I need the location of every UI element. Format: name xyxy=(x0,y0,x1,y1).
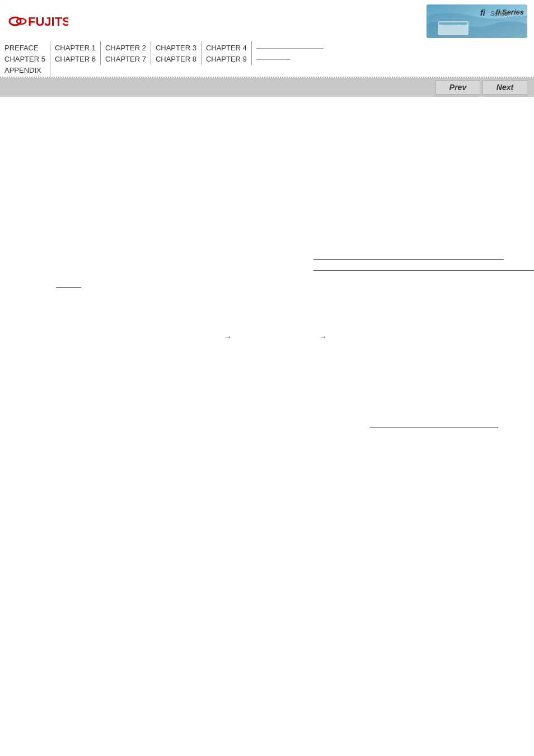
svg-text:Series: Series xyxy=(490,10,508,17)
next-button[interactable]: Next xyxy=(483,80,527,95)
scattered-content: → → xyxy=(22,108,512,668)
nav-spacer-1 xyxy=(251,41,534,53)
nav-item-ch4[interactable]: CHAPTER 4 xyxy=(201,41,251,53)
line-decoration-1 xyxy=(313,259,504,260)
nav-item-ch3[interactable]: CHAPTER 3 xyxy=(151,41,201,53)
nav-row-3: APPENDIX xyxy=(0,65,534,77)
nav-item-ch6[interactable]: CHAPTER 6 xyxy=(50,53,100,65)
header-banner: fi Series fi Series xyxy=(427,4,527,38)
nav-item-ch2[interactable]: CHAPTER 2 xyxy=(100,41,151,53)
nav-item-appendix[interactable]: APPENDIX xyxy=(0,65,50,77)
nav-section: PREFACE CHAPTER 1 CHAPTER 2 CHAPTER 3 CH… xyxy=(0,40,534,78)
nav-item-preface[interactable]: PREFACE xyxy=(0,41,50,53)
line-decoration-2 xyxy=(313,270,534,271)
svg-text:FUJITSU: FUJITSU xyxy=(28,15,68,29)
nav-item-ch1[interactable]: CHAPTER 1 xyxy=(50,41,100,53)
fi-series-text: fi Series xyxy=(480,7,525,19)
svg-text:fi: fi xyxy=(480,8,486,17)
nav-item-ch7[interactable]: CHAPTER 7 xyxy=(100,53,151,65)
logo: FUJITSU xyxy=(7,8,68,35)
nav-item-ch8[interactable]: CHAPTER 8 xyxy=(151,53,201,65)
nav-row-2: CHAPTER 5 CHAPTER 6 CHAPTER 7 CHAPTER 8 … xyxy=(0,53,534,65)
svg-rect-5 xyxy=(439,22,467,25)
line-bottom-right xyxy=(369,427,498,428)
prev-button[interactable]: Prev xyxy=(435,80,480,95)
arrow-symbol-1: → xyxy=(224,332,232,342)
arrow-symbol-2: → xyxy=(319,332,327,342)
line-short-left xyxy=(56,287,81,288)
nav-bar: Prev Next xyxy=(0,78,534,97)
nav-table: PREFACE CHAPTER 1 CHAPTER 2 CHAPTER 3 CH… xyxy=(0,41,534,77)
fujitsu-logo-svg: FUJITSU xyxy=(7,8,68,35)
nav-spacer-2 xyxy=(251,53,534,65)
header: FUJITSU fi Series fi Serie xyxy=(0,0,534,40)
nav-item-ch5[interactable]: CHAPTER 5 xyxy=(0,53,50,65)
content-area: → → xyxy=(0,97,534,712)
nav-row-1: PREFACE CHAPTER 1 CHAPTER 2 CHAPTER 3 CH… xyxy=(0,41,534,53)
nav-item-ch9[interactable]: CHAPTER 9 xyxy=(201,53,251,65)
nav-empty xyxy=(50,65,534,77)
